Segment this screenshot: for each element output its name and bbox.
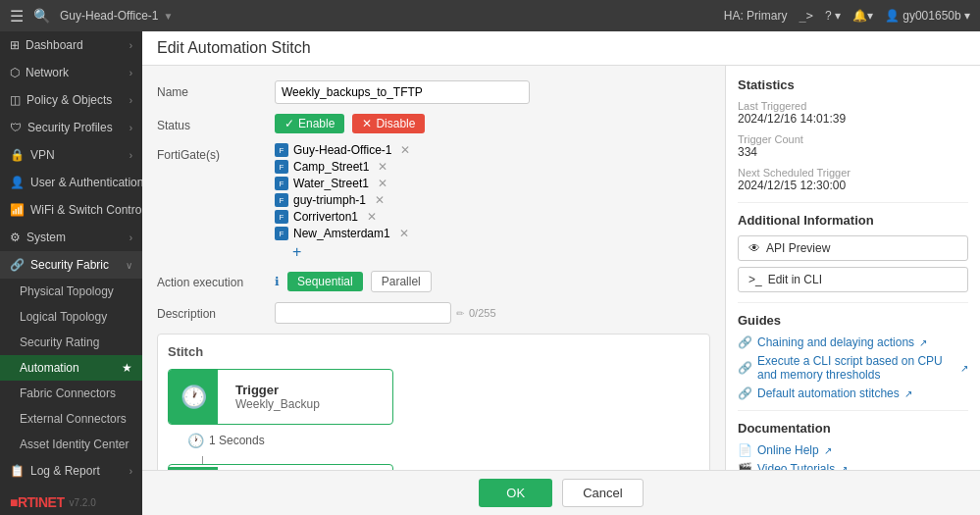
fortigate-icon-1: F	[275, 160, 288, 174]
edit-cli-button[interactable]: >_ Edit in CLI	[738, 267, 968, 292]
name-input[interactable]	[275, 80, 530, 104]
sequential-button[interactable]: Sequential	[287, 272, 363, 291]
topbar: ☰ 🔍 Guy-Head-Office-1 ▼ HA: Primary _> ?…	[0, 0, 980, 31]
cancel-button[interactable]: Cancel	[562, 479, 643, 507]
sidebar-item-user-auth[interactable]: 👤User & Authentication ›	[0, 169, 142, 196]
guides-title: Guides	[738, 313, 968, 328]
check-icon: ✓	[284, 117, 294, 130]
remove-fortigate-3[interactable]: ✕	[375, 193, 385, 207]
dropdown-arrow-icon: ▼	[163, 11, 173, 22]
search-icon[interactable]: 🔍	[33, 8, 50, 24]
external-link-icon-doc1: ↗	[824, 445, 832, 456]
external-link-icon-3: ↗	[904, 388, 912, 399]
sidebar: ⊞Dashboard › ⬡Network › ◫Policy & Object…	[0, 31, 142, 515]
content-area: Edit Automation Stitch Name Status	[142, 31, 980, 515]
divider-3	[738, 410, 968, 411]
trigger-sub: Weekly_Backup	[235, 397, 320, 411]
remove-fortigate-2[interactable]: ✕	[378, 177, 387, 190]
chevron-right-icon: ›	[129, 123, 132, 133]
remove-fortigate-0[interactable]: ✕	[400, 143, 410, 157]
version-text: v7.2.0	[70, 497, 96, 508]
fortigate-item-1: F Camp_Street1 ✕	[275, 160, 710, 174]
stitch-section: Stitch 🕐 Trigger Weekly_Backup 🕐	[157, 334, 710, 470]
char-count: 0/255	[469, 307, 496, 319]
sidebar-item-network[interactable]: ⬡Network ›	[0, 59, 142, 86]
trigger-count-value: 334	[738, 145, 968, 159]
chevron-right-icon: ›	[129, 40, 132, 51]
next-trigger-row: Next Scheduled Trigger 2024/12/15 12:30:…	[738, 167, 968, 192]
bell-icon[interactable]: 🔔▾	[852, 9, 873, 23]
sidebar-item-log-report[interactable]: 📋Log & Report ›	[0, 457, 142, 485]
guide-link-2[interactable]: 🔗 Execute a CLI script based on CPU and …	[738, 354, 968, 382]
timer-label: 1 Seconds	[209, 434, 265, 447]
sidebar-item-logical-topology[interactable]: Logical Topology	[0, 304, 142, 330]
content-body: Name Status ✓ Enable ✕	[142, 66, 980, 470]
page-header: Edit Automation Stitch	[142, 31, 980, 66]
policy-icon: ◫	[10, 93, 21, 107]
terminal-icon: >_	[748, 273, 762, 286]
fortigate-icon-2: F	[275, 177, 288, 190]
remove-fortigate-4[interactable]: ✕	[367, 210, 377, 224]
action-exec-label: Action execution	[157, 271, 275, 289]
sidebar-item-system[interactable]: ⚙System ›	[0, 224, 142, 251]
remove-fortigate-5[interactable]: ✕	[399, 227, 409, 240]
sidebar-item-policy-objects[interactable]: ◫Policy & Objects ›	[0, 86, 142, 114]
api-preview-button[interactable]: 👁 API Preview	[738, 235, 968, 261]
wifi-icon: 📶	[10, 203, 25, 217]
device-name[interactable]: Guy-Head-Office-1 ▼	[60, 9, 173, 23]
close-action-icon[interactable]: ✕	[375, 469, 387, 470]
gear-icon: ⚙	[10, 231, 21, 244]
sidebar-item-security-fabric[interactable]: 🔗Security Fabric ∨	[0, 251, 142, 279]
form-area: Name Status ✓ Enable ✕	[142, 66, 725, 470]
action-exec-row: Action execution ℹ Sequential Parallel	[157, 271, 710, 292]
parallel-button[interactable]: Parallel	[371, 271, 432, 292]
name-value	[275, 80, 710, 104]
sidebar-item-physical-topology[interactable]: Physical Topology	[0, 279, 142, 304]
link-icon-3: 🔗	[738, 386, 752, 400]
trigger-count-row: Trigger Count 334	[738, 133, 968, 159]
sidebar-item-security-profiles[interactable]: 🛡Security Profiles ›	[0, 114, 142, 141]
doc-link-1[interactable]: 📄 Online Help ↗	[738, 443, 968, 457]
enable-button[interactable]: ✓ Enable	[275, 114, 344, 133]
clock-icon: 🕐	[181, 385, 207, 410]
chevron-right-icon: ›	[129, 95, 132, 106]
divider-1	[738, 202, 968, 203]
chevron-right-icon: ›	[129, 466, 132, 477]
remove-fortigate-1[interactable]: ✕	[378, 160, 387, 174]
add-fortigate-button[interactable]: +	[292, 243, 710, 261]
fabric-icon: 🔗	[10, 258, 25, 272]
external-link-icon-2: ↗	[960, 363, 968, 374]
disable-button[interactable]: ✕ Disable	[352, 114, 425, 133]
vpn-icon: 🔒	[10, 148, 25, 162]
trigger-card[interactable]: 🕐 Trigger Weekly_Backup	[168, 369, 393, 425]
timer-row: 🕐 1 Seconds	[187, 433, 699, 448]
info-icon[interactable]: ℹ	[275, 275, 280, 288]
additional-info-title: Additional Information	[738, 213, 968, 228]
description-input[interactable]	[275, 302, 451, 324]
sidebar-item-asset-identity[interactable]: Asset Identity Center	[0, 432, 142, 457]
user-icon: 👤	[10, 176, 25, 189]
sidebar-item-external-connectors[interactable]: External Connectors	[0, 406, 142, 432]
sidebar-item-automation[interactable]: Automation ★	[0, 355, 142, 381]
doc-link-2[interactable]: 🎬 Video Tutorials ↗	[738, 462, 968, 470]
help-icon[interactable]: ? ▾	[825, 9, 841, 23]
action-card[interactable]: >_ Action Upload Backup config to Tftp S…	[168, 464, 393, 470]
log-icon: 📋	[10, 464, 25, 478]
hamburger-icon[interactable]: ☰	[10, 7, 24, 26]
fortinet-logo: ■RTINET	[10, 494, 65, 510]
guide-link-3[interactable]: 🔗 Default automation stitches ↗	[738, 386, 968, 400]
doc-icon-1: 📄	[738, 443, 752, 457]
action-icon-box: >_	[169, 467, 218, 470]
sidebar-item-vpn[interactable]: 🔒VPN ›	[0, 141, 142, 169]
sidebar-item-wifi[interactable]: 📶WiFi & Switch Controller ›	[0, 196, 142, 224]
sidebar-item-fabric-connectors[interactable]: Fabric Connectors	[0, 381, 142, 406]
user-menu[interactable]: 👤 gy001650b ▾	[885, 9, 970, 23]
sidebar-item-dashboard[interactable]: ⊞Dashboard ›	[0, 31, 142, 59]
guide-link-1[interactable]: 🔗 Chaining and delaying actions ↗	[738, 335, 968, 349]
next-trigger-label: Next Scheduled Trigger	[738, 167, 968, 179]
trigger-title: Trigger	[235, 383, 320, 397]
fortigate-item-3: F guy-triumph-1 ✕	[275, 193, 710, 207]
cli-icon[interactable]: _>	[799, 9, 812, 23]
sidebar-item-security-rating[interactable]: Security Rating	[0, 330, 142, 355]
ok-button[interactable]: OK	[479, 479, 552, 507]
